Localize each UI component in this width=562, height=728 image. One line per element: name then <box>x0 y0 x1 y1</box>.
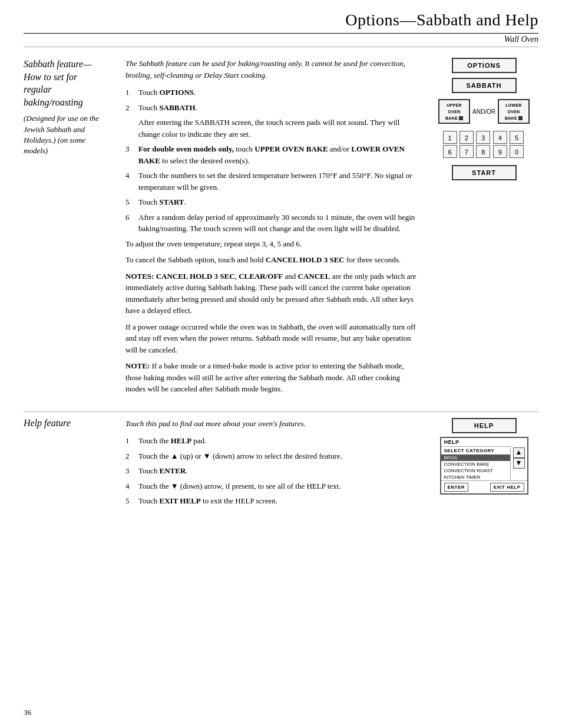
help-step-1-num: 1 <box>125 435 138 447</box>
help-step-2-num: 2 <box>125 450 138 462</box>
subtitle: Wall Oven <box>0 35 562 44</box>
step-1-text: Touch OPTIONS. <box>138 87 196 98</box>
help-steps: 1 Touch the HELP pad. 2 Touch the ▲ (up)… <box>125 435 419 507</box>
key-2: 2 <box>459 131 474 144</box>
upper-oven-bake: UpperOvenBake <box>438 99 470 124</box>
options-button: Options <box>452 58 517 73</box>
step-4: 4 Touch the numbers to set the desired t… <box>125 170 419 193</box>
help-panel-title: Help <box>441 438 527 446</box>
step-3: 3 For double oven models only, touch UPP… <box>125 143 419 166</box>
sabbath-intro: The Sabbath feature can be used for baki… <box>125 58 419 81</box>
sabbath-section: Sabbath feature—How to set for regular b… <box>0 47 562 406</box>
andor-label: AND/OR <box>472 108 495 115</box>
oven-bake-row: UpperOvenBake AND/OR LowerOvenBake <box>438 99 530 124</box>
help-sidebar: Help feature <box>24 418 115 510</box>
help-section: Help feature Touch this pad to find out … <box>0 412 562 516</box>
para-cancel: To cancel the Sabbath option, touch and … <box>125 254 419 266</box>
help-footer: Enter Exit Help <box>441 480 527 493</box>
help-step-3: 3 Touch ENTER. <box>125 465 419 477</box>
help-item-convection-roast: CONVECTION ROAST <box>441 467 510 474</box>
help-step-1: 1 Touch the HELP pad. <box>125 435 419 447</box>
help-select-label: Select Category <box>441 446 510 454</box>
help-step-5: 5 Touch EXIT HELP to exit the HELP scree… <box>125 495 419 507</box>
key-5: 5 <box>510 131 524 144</box>
help-step-1-text: Touch the HELP pad. <box>138 435 206 447</box>
key-9: 9 <box>493 145 507 158</box>
step-5-num: 5 <box>125 196 138 208</box>
step-2: 2 Touch SABBATH. <box>125 102 419 114</box>
arrow-down-btn[interactable]: ▼ <box>513 458 525 469</box>
step-1: 1 Touch OPTIONS. <box>125 87 419 98</box>
key-6: 6 <box>443 145 457 158</box>
sabbath-ui-panel: Options Sabbath UpperOvenBake AND/OR Low… <box>429 58 538 400</box>
step-2-text: Touch SABBATH. <box>138 102 197 114</box>
help-step-4: 4 Touch the ▼ (down) arrow, if present, … <box>125 480 419 492</box>
sabbath-steps: 1 Touch OPTIONS. 2 Touch SABBATH. After … <box>125 87 419 235</box>
numpad: 1 2 3 4 5 6 7 8 9 0 <box>443 131 525 158</box>
para-adjust: To adjust the oven temperature, repeat s… <box>125 238 419 250</box>
help-screen: Help Select Category BROIL CONVECTION BA… <box>440 437 528 495</box>
para-notes: NOTES: CANCEL HOLD 3 SEC, CLEAR/OFF and … <box>125 271 419 317</box>
key-3: 3 <box>476 131 490 144</box>
step-6-num: 6 <box>125 212 138 235</box>
help-step-3-text: Touch ENTER. <box>138 465 188 477</box>
help-step-2: 2 Touch the ▲ (up) or ▼ (down) arrow to … <box>125 450 419 462</box>
step-5-text: Touch START. <box>138 196 186 208</box>
step-3-text: For double oven models only, touch UPPER… <box>138 143 419 166</box>
arrow-up-btn[interactable]: ▲ <box>513 447 525 458</box>
exit-help-button[interactable]: Exit Help <box>490 483 524 492</box>
step-5: 5 Touch START. <box>125 196 419 208</box>
help-intro: Touch this pad to find out more about yo… <box>125 418 419 430</box>
step-4-text: Touch the numbers to set the desired tem… <box>138 170 419 193</box>
help-step-5-text: Touch EXIT HELP to exit the HELP screen. <box>138 495 277 507</box>
help-step-2-text: Touch the ▲ (up) or ▼ (down) arrow to se… <box>138 450 342 462</box>
help-item-broil: BROIL <box>441 454 510 461</box>
step-1-num: 1 <box>125 87 138 98</box>
start-button: Start <box>452 165 517 180</box>
page-title: Options—Sabbath and Help <box>345 11 538 29</box>
help-step-4-num: 4 <box>125 480 138 492</box>
sabbath-main-content: The Sabbath feature can be used for baki… <box>115 58 429 400</box>
page: Options—Sabbath and Help Wall Oven Sabba… <box>0 0 562 728</box>
enter-button[interactable]: Enter <box>444 483 469 492</box>
help-sidebar-title: Help feature <box>24 418 71 428</box>
para-note: NOTE: If a bake mode or a timed-bake mod… <box>125 360 419 395</box>
key-7: 7 <box>459 145 474 158</box>
help-arrows: ▲ ▼ <box>510 446 527 480</box>
step-2-num: 2 <box>125 102 138 114</box>
help-item-kitchen-timer: KITCHEN TIMER <box>441 474 510 480</box>
lower-oven-bake: LowerOvenBake <box>498 99 530 124</box>
step-sub-screen: After entering the SABBATH screen, the t… <box>138 117 419 140</box>
help-main-content: Touch this pad to find out more about yo… <box>115 418 429 510</box>
help-panel-inner: Select Category BROIL CONVECTION BAKE CO… <box>441 446 527 480</box>
help-step-5-num: 5 <box>125 495 138 507</box>
header: Options—Sabbath and Help <box>0 0 562 29</box>
key-1: 1 <box>443 131 457 144</box>
header-rule <box>24 33 538 34</box>
key-4: 4 <box>493 131 507 144</box>
help-step-4-text: Touch the ▼ (down) arrow, if present, to… <box>138 480 340 492</box>
page-number: 36 <box>24 708 31 717</box>
step-3-num: 3 <box>125 143 138 166</box>
help-button: Help <box>452 418 517 433</box>
sabbath-sidebar: Sabbath feature—How to set for regular b… <box>24 58 115 400</box>
para-power: If a power outage occurred while the ove… <box>125 321 419 356</box>
help-item-convection-bake: CONVECTION BAKE <box>441 461 510 467</box>
sabbath-button: Sabbath <box>452 78 517 93</box>
key-8: 8 <box>476 145 490 158</box>
step-6: 6 After a random delay period of approxi… <box>125 212 419 235</box>
sabbath-sidebar-title: Sabbath feature—How to set for regular b… <box>24 58 107 108</box>
sabbath-sidebar-subtitle: (Designed for use on the Jewish Sabbath … <box>24 113 107 156</box>
help-step-3-num: 3 <box>125 465 138 477</box>
help-ui-panel: Help Help Select Category BROIL CONVECTI… <box>429 418 538 510</box>
help-panel-list: Select Category BROIL CONVECTION BAKE CO… <box>441 446 510 480</box>
step-4-num: 4 <box>125 170 138 193</box>
step-6-text: After a random delay period of approxima… <box>138 212 419 235</box>
key-0: 0 <box>510 145 524 158</box>
